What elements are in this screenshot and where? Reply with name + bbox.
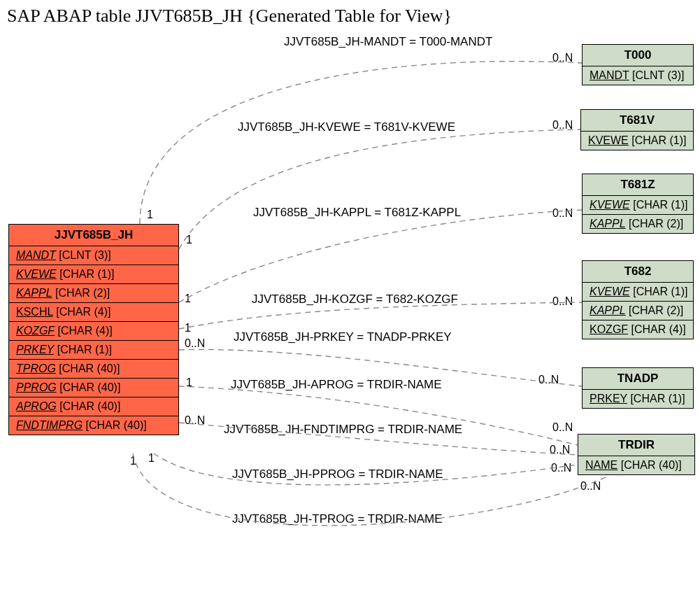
entity-main-header: JJVT685B_JH [9,225,178,246]
cardinality: 1 [148,452,155,465]
cardinality: 0..N [552,421,573,434]
edge-label: JJVT685B_JH-TPROG = TRDIR-NAME [232,512,443,526]
entity-header: T681V [581,110,693,132]
entity-main-field: KVEWE [CHAR (1)] [9,265,178,284]
entity-main-field: MANDT [CLNT (3)] [9,246,178,265]
entity-main: JJVT685B_JH MANDT [CLNT (3)] KVEWE [CHAR… [8,224,179,435]
entity-trdir: TRDIR NAME [CHAR (40)] [578,434,695,475]
cardinality: 1 [186,376,192,389]
entity-tnadp: TNADP PRKEY [CHAR (1)] [582,367,694,409]
entity-main-field: APROG [CHAR (40)] [9,397,178,416]
cardinality: 0..N [552,119,573,132]
cardinality: 1 [186,234,192,246]
entity-main-field: PRKEY [CHAR (1)] [9,341,178,360]
entity-header: T000 [583,45,693,66]
edge-label: JJVT685B_JH-APROG = TRDIR-NAME [231,378,442,392]
entity-field: KAPPL [CHAR (2)] [583,215,693,233]
cardinality: 0..N [552,207,573,220]
cardinality: 0..N [185,414,205,427]
edge-label: JJVT685B_JH-PPROG = TRDIR-NAME [232,467,443,481]
entity-header: TNADP [583,368,693,390]
edge-label: JJVT685B_JH-PRKEY = TNADP-PRKEY [234,330,452,344]
entity-main-field: KAPPL [CHAR (2)] [9,284,178,303]
cardinality: 0..N [552,52,573,64]
cardinality: 0..N [552,295,573,308]
cardinality: 0..N [538,374,559,386]
entity-t681z: T681Z KVEWE [CHAR (1)] KAPPL [CHAR (2)] [582,174,694,234]
cardinality: 1 [147,209,153,221]
entity-t000: T000 MANDT [CLNT (3)] [582,44,694,85]
entity-t682: T682 KVEWE [CHAR (1)] KAPPL [CHAR (2)] K… [582,260,694,339]
edge-label: JJVT685B_JH-FNDTIMPRG = TRDIR-NAME [224,423,462,437]
edge-label: JJVT685B_JH-KVEWE = T681V-KVEWE [238,120,455,134]
edge-label: JJVT685B_JH-KAPPL = T681Z-KAPPL [253,206,461,220]
cardinality: 0..N [185,337,205,350]
cardinality: 1 [185,322,191,334]
cardinality: 0..N [580,480,601,493]
entity-main-field: KOZGF [CHAR (4)] [9,322,178,341]
entity-header: T681Z [583,174,693,196]
entity-field: PRKEY [CHAR (1)] [583,390,693,408]
entity-main-field: TPROG [CHAR (40)] [9,360,178,379]
entity-field: KOZGF [CHAR (4)] [583,320,693,339]
entity-field: KAPPL [CHAR (2)] [583,302,693,320]
entity-main-field: PPROG [CHAR (40)] [9,379,178,397]
entity-t681v: T681V KVEWE [CHAR (1)] [580,109,694,150]
entity-main-field: FNDTIMPRG [CHAR (40)] [9,416,178,435]
cardinality: 1 [185,293,191,305]
entity-field: MANDT [CLNT (3)] [583,66,693,85]
entity-main-field: KSCHL [CHAR (4)] [9,303,178,322]
diagram-title: SAP ABAP table JJVT685B_JH {Generated Ta… [7,6,452,27]
entity-header: TRDIR [578,435,694,456]
edge-label: JJVT685B_JH-MANDT = T000-MANDT [284,35,492,49]
cardinality: 0..N [550,444,570,456]
edge-label: JJVT685B_JH-KOZGF = T682-KOZGF [252,293,458,306]
cardinality: 0..N [551,462,571,474]
entity-field: KVEWE [CHAR (1)] [583,196,693,215]
entity-field: NAME [CHAR (40)] [578,456,694,474]
cardinality: 1 [130,455,136,467]
entity-field: KVEWE [CHAR (1)] [581,132,693,150]
entity-header: T682 [583,261,693,283]
entity-field: KVEWE [CHAR (1)] [583,283,693,302]
